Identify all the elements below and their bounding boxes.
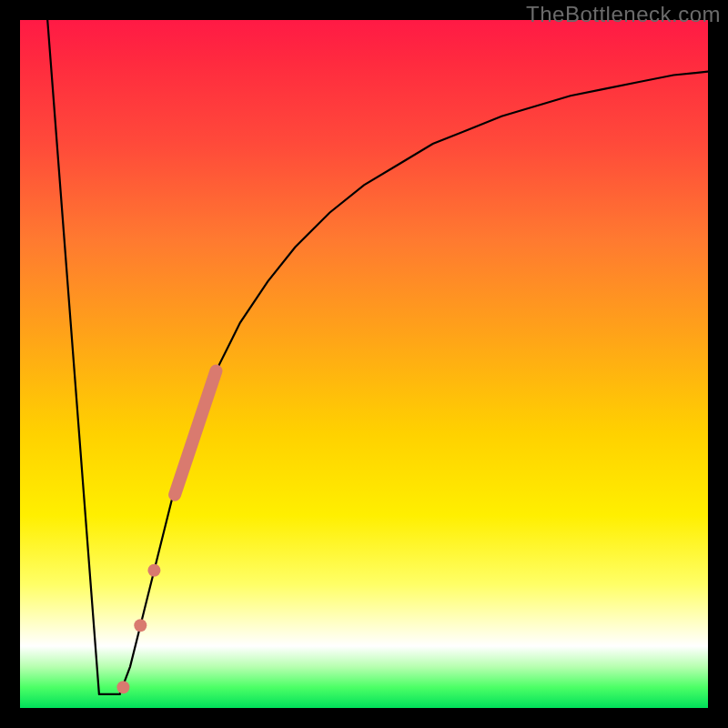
curve-layer	[20, 20, 708, 708]
plot-area	[20, 20, 708, 708]
marker-dot-2	[134, 619, 147, 632]
chart-frame: TheBottleneck.com	[0, 0, 728, 728]
marker-dot-1	[147, 564, 160, 577]
highlight-segment	[175, 371, 216, 495]
curve-left	[47, 20, 99, 694]
watermark-text: TheBottleneck.com	[526, 2, 721, 27]
marker-dot-3	[116, 681, 129, 693]
